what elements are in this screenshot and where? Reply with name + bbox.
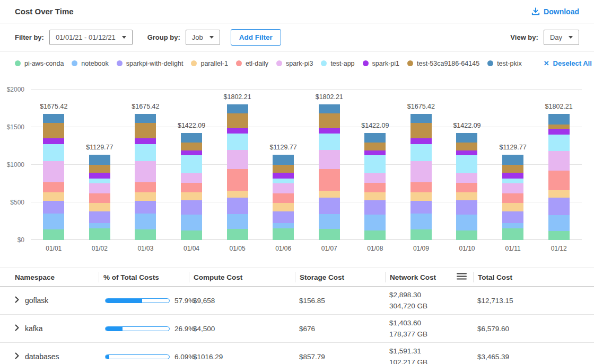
bar-segment-test-pkix[interactable] — [181, 133, 202, 143]
bar-segment-test-53ca9186-64145[interactable] — [273, 165, 294, 173]
column-header-total[interactable]: Total Cost — [473, 272, 579, 282]
bar-segment-test-53ca9186-64145[interactable] — [89, 165, 110, 173]
bar-segment-test-pkix[interactable] — [89, 155, 110, 165]
namespace-cell[interactable]: kafka — [15, 324, 99, 333]
bar-segment-notebook[interactable] — [502, 223, 523, 228]
bar-segment-parallel-1[interactable] — [135, 192, 156, 201]
bar-segment-test-53ca9186-64145[interactable] — [135, 123, 156, 138]
deselect-all-button[interactable]: ✕ Deselect All — [544, 59, 592, 67]
bar-segment-test-app[interactable] — [135, 144, 156, 161]
column-header-percent[interactable]: % of Total Costs — [99, 272, 189, 282]
bar-segment-test-app[interactable] — [548, 135, 570, 152]
bar-segment-pi-aws-conda[interactable] — [502, 228, 523, 240]
bar-segment-parallel-1[interactable] — [502, 203, 523, 211]
bar-segment-pi-aws-conda[interactable] — [273, 228, 294, 240]
bar-segment-test-pkix[interactable] — [364, 133, 386, 143]
bar-segment-parallel-1[interactable] — [227, 191, 248, 198]
bar-segment-pi-aws-conda[interactable] — [43, 229, 64, 240]
bar-segment-spark-pi1[interactable] — [181, 150, 202, 155]
bar-segment-spark-pi1[interactable] — [135, 138, 156, 144]
bar-segment-sparkpi-with-delight[interactable] — [181, 200, 202, 215]
bar-segment-pi-aws-conda[interactable] — [456, 230, 477, 240]
chevron-right-icon[interactable] — [15, 296, 19, 305]
bar-segment-etl-daily[interactable] — [43, 182, 64, 192]
date-range-select[interactable]: 01/01/21 - 01/12/21 — [49, 30, 133, 45]
bar-segment-etl-daily[interactable] — [456, 183, 477, 192]
bar-segment-parallel-1[interactable] — [181, 192, 202, 200]
bar-segment-notebook[interactable] — [456, 215, 477, 230]
bar-segment-spark-pi3[interactable] — [364, 173, 386, 182]
bar-segment-test-pkix[interactable] — [227, 104, 248, 113]
bar-segment-test-53ca9186-64145[interactable] — [364, 143, 386, 150]
legend-item-test-pkix[interactable]: test-pkix — [487, 60, 522, 67]
bar-segment-pi-aws-conda[interactable] — [135, 229, 156, 240]
bar-segment-spark-pi3[interactable] — [273, 183, 294, 194]
bar-segment-etl-daily[interactable] — [319, 169, 340, 190]
bar-segment-test-53ca9186-64145[interactable] — [410, 123, 432, 138]
bar-segment-spark-pi1[interactable] — [227, 128, 248, 134]
namespace-cell[interactable]: goflask — [15, 296, 99, 305]
bar-segment-spark-pi3[interactable] — [410, 161, 432, 182]
legend-item-spark-pi3[interactable]: spark-pi3 — [276, 60, 313, 67]
legend-item-notebook[interactable]: notebook — [72, 60, 108, 67]
bar-segment-etl-daily[interactable] — [364, 183, 386, 192]
bar-segment-parallel-1[interactable] — [364, 192, 386, 200]
legend-item-pi-aws-conda[interactable]: pi-aws-conda — [15, 60, 64, 67]
bar-segment-spark-pi1[interactable] — [364, 150, 386, 155]
bar-segment-notebook[interactable] — [410, 214, 432, 229]
bar-segment-pi-aws-conda[interactable] — [89, 228, 110, 240]
bar-segment-spark-pi1[interactable] — [273, 173, 294, 179]
bar-segment-test-53ca9186-64145[interactable] — [548, 125, 570, 129]
bar-segment-test-pkix[interactable] — [410, 114, 432, 123]
bar-segment-pi-aws-conda[interactable] — [227, 229, 248, 240]
add-filter-button[interactable]: Add Filter — [231, 29, 281, 46]
bar-segment-parallel-1[interactable] — [456, 192, 477, 200]
bar-segment-notebook[interactable] — [548, 215, 570, 231]
bar-segment-test-pkix[interactable] — [43, 114, 64, 123]
bar-segment-spark-pi1[interactable] — [319, 128, 340, 134]
bar-segment-spark-pi3[interactable] — [502, 183, 523, 194]
bar-segment-spark-pi1[interactable] — [502, 173, 523, 179]
bar-segment-sparkpi-with-delight[interactable] — [319, 198, 340, 214]
bar-segment-etl-daily[interactable] — [502, 193, 523, 203]
bar-segment-etl-daily[interactable] — [181, 183, 202, 192]
bar-segment-spark-pi1[interactable] — [89, 173, 110, 179]
legend-item-test-53ca9186-64145[interactable]: test-53ca9186-64145 — [407, 60, 479, 67]
column-menu-icon[interactable] — [457, 273, 467, 281]
legend-item-test-app[interactable]: test-app — [321, 60, 354, 67]
bar-segment-sparkpi-with-delight[interactable] — [135, 201, 156, 214]
bar-segment-etl-daily[interactable] — [410, 182, 432, 192]
bar-segment-test-app[interactable] — [89, 179, 110, 183]
bar-segment-sparkpi-with-delight[interactable] — [273, 211, 294, 223]
bar-segment-spark-pi3[interactable] — [181, 173, 202, 182]
bar-segment-sparkpi-with-delight[interactable] — [456, 200, 477, 215]
bar-segment-pi-aws-conda[interactable] — [319, 229, 340, 240]
bar-segment-sparkpi-with-delight[interactable] — [227, 198, 248, 214]
bar-segment-test-pkix[interactable] — [548, 114, 570, 125]
bar-segment-spark-pi3[interactable] — [456, 173, 477, 182]
legend-item-sparkpi-with-delight[interactable]: sparkpi-with-delight — [117, 60, 184, 67]
bar-segment-sparkpi-with-delight[interactable] — [89, 211, 110, 223]
bar-segment-test-app[interactable] — [364, 155, 386, 173]
bar-segment-test-app[interactable] — [319, 134, 340, 150]
bar-segment-etl-daily[interactable] — [89, 193, 110, 203]
bar-segment-notebook[interactable] — [135, 214, 156, 229]
bar-segment-spark-pi3[interactable] — [319, 150, 340, 169]
bar-segment-test-pkix[interactable] — [502, 155, 523, 165]
bar-segment-sparkpi-with-delight[interactable] — [364, 200, 386, 215]
bar-segment-parallel-1[interactable] — [410, 192, 432, 201]
bar-segment-test-53ca9186-64145[interactable] — [502, 165, 523, 173]
bar-segment-etl-daily[interactable] — [227, 169, 248, 190]
bar-segment-test-app[interactable] — [273, 179, 294, 183]
bar-segment-pi-aws-conda[interactable] — [364, 230, 386, 240]
bar-segment-notebook[interactable] — [89, 223, 110, 228]
bar-segment-pi-aws-conda[interactable] — [548, 231, 570, 240]
column-header-storage[interactable]: Storage Cost — [295, 272, 385, 282]
bar-segment-test-app[interactable] — [502, 179, 523, 183]
bar-segment-test-app[interactable] — [227, 134, 248, 150]
bar-segment-test-53ca9186-64145[interactable] — [43, 123, 64, 138]
bar-segment-sparkpi-with-delight[interactable] — [548, 198, 570, 215]
bar-segment-sparkpi-with-delight[interactable] — [43, 201, 64, 214]
bar-segment-spark-pi3[interactable] — [548, 151, 570, 171]
chevron-right-icon[interactable] — [15, 324, 19, 333]
